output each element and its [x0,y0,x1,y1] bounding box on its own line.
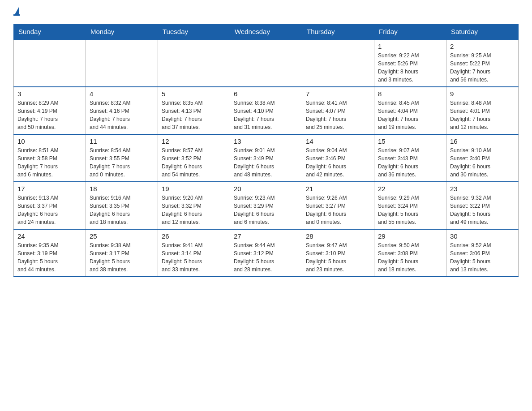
day-info: Sunrise: 8:51 AM Sunset: 3:58 PM Dayligh… [17,146,82,179]
day-info: Sunrise: 9:26 AM Sunset: 3:27 PM Dayligh… [306,194,370,226]
day-info: Sunrise: 9:01 AM Sunset: 3:49 PM Dayligh… [234,146,298,179]
calendar-cell: 22Sunrise: 9:29 AM Sunset: 3:24 PM Dayli… [374,182,446,229]
day-info: Sunrise: 9:29 AM Sunset: 3:24 PM Dayligh… [378,194,442,226]
day-number: 1 [378,43,442,50]
calendar-cell: 11Sunrise: 8:54 AM Sunset: 3:55 PM Dayli… [86,134,158,182]
day-info: Sunrise: 9:41 AM Sunset: 3:14 PM Dayligh… [162,241,226,274]
weekday-header-friday: Friday [374,24,446,40]
day-number: 4 [90,90,154,98]
day-number: 19 [162,185,226,193]
calendar-cell: 28Sunrise: 9:47 AM Sunset: 3:10 PM Dayli… [302,229,374,277]
day-info: Sunrise: 8:35 AM Sunset: 4:13 PM Dayligh… [162,99,226,131]
day-info: Sunrise: 9:10 AM Sunset: 3:40 PM Dayligh… [450,146,515,179]
day-info: Sunrise: 9:16 AM Sunset: 3:35 PM Dayligh… [90,194,154,226]
day-info: Sunrise: 9:50 AM Sunset: 3:08 PM Dayligh… [378,241,442,274]
day-number: 20 [234,185,298,193]
day-number: 16 [450,137,515,145]
header [13,9,519,16]
day-number: 15 [378,137,442,145]
calendar-week-5: 24Sunrise: 9:35 AM Sunset: 3:19 PM Dayli… [14,229,519,277]
calendar-cell: 26Sunrise: 9:41 AM Sunset: 3:14 PM Dayli… [158,229,230,277]
weekday-header-thursday: Thursday [302,24,374,40]
day-info: Sunrise: 8:29 AM Sunset: 4:19 PM Dayligh… [17,99,82,131]
day-number: 5 [162,90,226,98]
calendar-cell: 9Sunrise: 8:48 AM Sunset: 4:01 PM Daylig… [446,87,519,134]
calendar-cell: 15Sunrise: 9:07 AM Sunset: 3:43 PM Dayli… [374,134,446,182]
weekday-header-tuesday: Tuesday [158,24,230,40]
calendar-cell: 25Sunrise: 9:38 AM Sunset: 3:17 PM Dayli… [86,229,158,277]
day-number: 23 [450,185,515,193]
calendar-cell: 20Sunrise: 9:23 AM Sunset: 3:29 PM Dayli… [230,182,302,229]
calendar-cell: 29Sunrise: 9:50 AM Sunset: 3:08 PM Dayli… [374,229,446,277]
day-info: Sunrise: 8:57 AM Sunset: 3:52 PM Dayligh… [162,146,226,179]
day-info: Sunrise: 9:13 AM Sunset: 3:37 PM Dayligh… [17,194,82,226]
weekday-header-wednesday: Wednesday [230,24,302,40]
day-info: Sunrise: 9:23 AM Sunset: 3:29 PM Dayligh… [234,194,298,226]
day-number: 3 [17,90,82,98]
day-number: 13 [234,137,298,145]
day-number: 17 [17,185,82,193]
calendar-cell: 23Sunrise: 9:32 AM Sunset: 3:22 PM Dayli… [446,182,519,229]
calendar-week-2: 3Sunrise: 8:29 AM Sunset: 4:19 PM Daylig… [14,87,519,134]
calendar-week-4: 17Sunrise: 9:13 AM Sunset: 3:37 PM Dayli… [14,182,519,229]
calendar-cell [158,39,230,87]
day-number: 14 [306,137,370,145]
day-number: 24 [17,232,82,240]
calendar-cell: 14Sunrise: 9:04 AM Sunset: 3:46 PM Dayli… [302,134,374,182]
day-number: 9 [450,90,515,98]
day-info: Sunrise: 9:07 AM Sunset: 3:43 PM Dayligh… [378,146,442,179]
calendar-cell: 7Sunrise: 8:41 AM Sunset: 4:07 PM Daylig… [302,87,374,134]
day-info: Sunrise: 9:32 AM Sunset: 3:22 PM Dayligh… [450,194,515,226]
calendar-cell: 13Sunrise: 9:01 AM Sunset: 3:49 PM Dayli… [230,134,302,182]
day-number: 12 [162,137,226,145]
day-info: Sunrise: 9:52 AM Sunset: 3:06 PM Dayligh… [450,241,515,274]
calendar-cell: 12Sunrise: 8:57 AM Sunset: 3:52 PM Dayli… [158,134,230,182]
day-number: 30 [450,232,515,240]
day-number: 28 [306,232,370,240]
calendar-week-3: 10Sunrise: 8:51 AM Sunset: 3:58 PM Dayli… [14,134,519,182]
weekday-header-monday: Monday [86,24,158,40]
logo [13,9,20,16]
day-number: 8 [378,90,442,98]
calendar-cell: 1Sunrise: 9:22 AM Sunset: 5:26 PM Daylig… [374,39,446,87]
day-info: Sunrise: 9:35 AM Sunset: 3:19 PM Dayligh… [17,241,82,274]
calendar-cell: 5Sunrise: 8:35 AM Sunset: 4:13 PM Daylig… [158,87,230,134]
calendar-cell: 19Sunrise: 9:20 AM Sunset: 3:32 PM Dayli… [158,182,230,229]
calendar-cell [302,39,374,87]
day-number: 11 [90,137,154,145]
calendar-cell: 24Sunrise: 9:35 AM Sunset: 3:19 PM Dayli… [14,229,86,277]
calendar-cell: 6Sunrise: 8:38 AM Sunset: 4:10 PM Daylig… [230,87,302,134]
day-number: 6 [234,90,298,98]
calendar-cell: 17Sunrise: 9:13 AM Sunset: 3:37 PM Dayli… [14,182,86,229]
day-info: Sunrise: 8:41 AM Sunset: 4:07 PM Dayligh… [306,99,370,131]
calendar-cell: 18Sunrise: 9:16 AM Sunset: 3:35 PM Dayli… [86,182,158,229]
day-number: 18 [90,185,154,193]
day-info: Sunrise: 9:25 AM Sunset: 5:22 PM Dayligh… [450,51,515,84]
calendar: SundayMondayTuesdayWednesdayThursdayFrid… [13,24,519,277]
calendar-cell: 8Sunrise: 8:45 AM Sunset: 4:04 PM Daylig… [374,87,446,134]
weekday-header-row: SundayMondayTuesdayWednesdayThursdayFrid… [14,24,519,40]
day-number: 25 [90,232,154,240]
day-info: Sunrise: 9:04 AM Sunset: 3:46 PM Dayligh… [306,146,370,179]
day-info: Sunrise: 8:38 AM Sunset: 4:10 PM Dayligh… [234,99,298,131]
day-info: Sunrise: 8:32 AM Sunset: 4:16 PM Dayligh… [90,99,154,131]
calendar-cell: 27Sunrise: 9:44 AM Sunset: 3:12 PM Dayli… [230,229,302,277]
calendar-week-1: 1Sunrise: 9:22 AM Sunset: 5:26 PM Daylig… [14,39,519,87]
calendar-cell: 10Sunrise: 8:51 AM Sunset: 3:58 PM Dayli… [14,134,86,182]
calendar-cell: 3Sunrise: 8:29 AM Sunset: 4:19 PM Daylig… [14,87,86,134]
day-number: 29 [378,232,442,240]
calendar-cell: 16Sunrise: 9:10 AM Sunset: 3:40 PM Dayli… [446,134,519,182]
calendar-cell: 2Sunrise: 9:25 AM Sunset: 5:22 PM Daylig… [446,39,519,87]
day-info: Sunrise: 8:54 AM Sunset: 3:55 PM Dayligh… [90,146,154,179]
calendar-cell [14,39,86,87]
logo-underline [13,14,20,16]
day-number: 7 [306,90,370,98]
day-info: Sunrise: 8:45 AM Sunset: 4:04 PM Dayligh… [378,99,442,131]
calendar-cell: 4Sunrise: 8:32 AM Sunset: 4:16 PM Daylig… [86,87,158,134]
day-number: 10 [17,137,82,145]
weekday-header-sunday: Sunday [14,24,86,40]
calendar-cell: 30Sunrise: 9:52 AM Sunset: 3:06 PM Dayli… [446,229,519,277]
calendar-cell [230,39,302,87]
day-number: 21 [306,185,370,193]
day-info: Sunrise: 8:48 AM Sunset: 4:01 PM Dayligh… [450,99,515,131]
